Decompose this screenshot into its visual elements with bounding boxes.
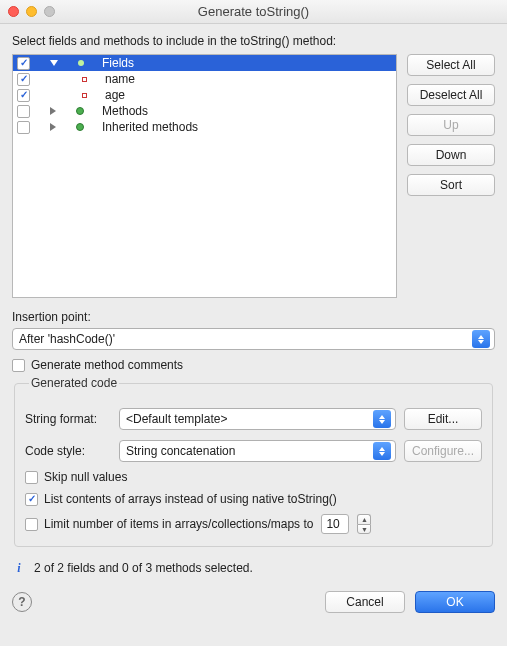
tree-label: name [105, 72, 135, 86]
insertion-label: Insertion point: [12, 310, 495, 324]
checkbox-inherited[interactable] [17, 121, 30, 134]
tree-node-inherited[interactable]: Inherited methods [13, 119, 396, 135]
generated-code-legend: Generated code [29, 376, 119, 390]
checkbox-methods[interactable] [17, 105, 30, 118]
tree-label: Inherited methods [102, 120, 198, 134]
checkbox-age[interactable] [17, 89, 30, 102]
tree-node-age[interactable]: age [13, 87, 396, 103]
up-button[interactable]: Up [407, 114, 495, 136]
window-title: Generate toString() [0, 4, 507, 19]
tree-node-methods[interactable]: Methods [13, 103, 396, 119]
field-icon [82, 93, 87, 98]
limit-items-checkbox[interactable] [25, 518, 38, 531]
code-style-label: Code style: [25, 444, 111, 458]
chevron-down-icon[interactable]: ▼ [357, 524, 371, 534]
limit-items-stepper[interactable]: ▲ ▼ [357, 514, 371, 534]
prompt-label: Select fields and methods to include in … [12, 34, 495, 48]
dropdown-icon [472, 330, 490, 348]
code-style-select[interactable]: String concatenation [119, 440, 396, 462]
expand-toggle-icon[interactable] [50, 107, 56, 115]
field-group-icon [78, 60, 84, 66]
string-format-label: String format: [25, 412, 111, 426]
string-format-value: <Default template> [126, 412, 227, 426]
list-arrays-label: List contents of arrays instead of using… [44, 492, 337, 506]
edit-button[interactable]: Edit... [404, 408, 482, 430]
chevron-up-icon[interactable]: ▲ [357, 514, 371, 524]
checkbox-name[interactable] [17, 73, 30, 86]
checkbox-fields[interactable] [17, 57, 30, 70]
expand-toggle-icon[interactable] [50, 60, 58, 66]
cancel-button[interactable]: Cancel [325, 591, 405, 613]
generate-comments-label: Generate method comments [31, 358, 183, 372]
limit-items-input[interactable]: 10 [321, 514, 349, 534]
select-all-button[interactable]: Select All [407, 54, 495, 76]
info-icon: i [12, 561, 26, 575]
expand-toggle-icon[interactable] [50, 123, 56, 131]
sort-button[interactable]: Sort [407, 174, 495, 196]
tree-label: age [105, 88, 125, 102]
tree-node-fields[interactable]: Fields [13, 55, 396, 71]
skip-null-checkbox[interactable] [25, 471, 38, 484]
title-bar: Generate toString() [0, 0, 507, 24]
dropdown-icon [373, 410, 391, 428]
list-arrays-checkbox[interactable] [25, 493, 38, 506]
field-icon [82, 77, 87, 82]
limit-items-label: Limit number of items in arrays/collecti… [44, 517, 313, 531]
method-group-icon [76, 107, 84, 115]
tree-label: Methods [102, 104, 148, 118]
help-button[interactable]: ? [12, 592, 32, 612]
tree-node-name[interactable]: name [13, 71, 396, 87]
configure-button: Configure... [404, 440, 482, 462]
generated-code-group: Generated code String format: <Default t… [14, 376, 493, 547]
insertion-value: After 'hashCode()' [19, 332, 115, 346]
ok-button[interactable]: OK [415, 591, 495, 613]
down-button[interactable]: Down [407, 144, 495, 166]
code-style-value: String concatenation [126, 444, 235, 458]
skip-null-label: Skip null values [44, 470, 127, 484]
insertion-select[interactable]: After 'hashCode()' [12, 328, 495, 350]
method-group-icon [76, 123, 84, 131]
status-text: 2 of 2 fields and 0 of 3 methods selecte… [34, 561, 253, 575]
generate-comments-checkbox[interactable] [12, 359, 25, 372]
dropdown-icon [373, 442, 391, 460]
member-tree[interactable]: Fields name age [12, 54, 397, 298]
tree-label: Fields [102, 56, 134, 70]
deselect-all-button[interactable]: Deselect All [407, 84, 495, 106]
string-format-select[interactable]: <Default template> [119, 408, 396, 430]
